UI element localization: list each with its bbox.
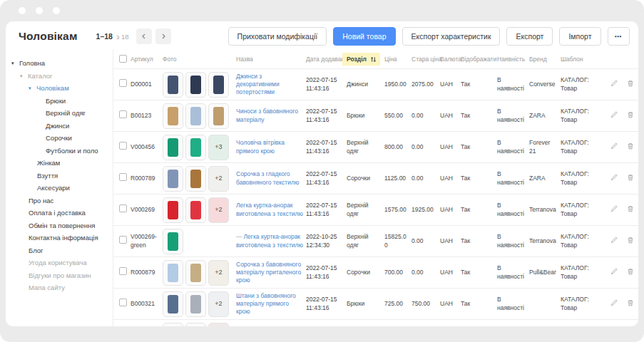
column-header-availability[interactable]: Наявність — [497, 50, 529, 69]
product-photo[interactable] — [163, 166, 183, 192]
column-header-photo[interactable]: Фото — [163, 50, 236, 69]
product-photo[interactable] — [185, 260, 206, 286]
product-name-link[interactable]: Легка куртка-анорак виготовлена з тексти… — [236, 202, 303, 217]
prev-page-button[interactable] — [136, 28, 152, 44]
sidebar-item[interactable]: Сорочки — [6, 132, 113, 145]
product-photo[interactable] — [163, 103, 183, 129]
column-header-price[interactable]: Ціна — [384, 50, 412, 69]
sidebar-item[interactable]: Про нас — [6, 195, 113, 207]
row-checkbox[interactable] — [119, 236, 127, 244]
column-header-template[interactable]: Шаблон — [561, 50, 603, 69]
window-control-dot[interactable] — [53, 7, 60, 14]
edit-icon[interactable] — [610, 173, 618, 184]
photo-more-badge[interactable]: +2 — [208, 197, 229, 223]
window-control-dot[interactable] — [36, 7, 43, 14]
import-button[interactable]: Імпорт — [559, 27, 600, 46]
delete-icon[interactable] — [626, 173, 635, 184]
row-checkbox[interactable] — [119, 299, 127, 306]
column-header-name[interactable]: Назва — [236, 50, 306, 69]
delete-icon[interactable] — [626, 110, 635, 121]
product-photo[interactable] — [163, 197, 183, 223]
product-photo[interactable] — [185, 103, 206, 129]
row-checkbox[interactable] — [119, 173, 127, 181]
edit-icon[interactable] — [610, 79, 618, 90]
edit-icon[interactable] — [610, 236, 618, 247]
product-photo[interactable] — [163, 260, 183, 286]
hide-modifications-button[interactable]: Приховати модифікації — [228, 27, 327, 46]
product-photo[interactable] — [208, 103, 229, 129]
sidebar-item[interactable]: Контактна інформація — [6, 232, 113, 244]
edit-icon[interactable] — [610, 204, 618, 215]
photo-more-badge[interactable]: +2 — [208, 260, 229, 286]
column-header-section[interactable]: Розділ — [347, 50, 384, 69]
product-name-link[interactable]: Чоловіча вітрівка прямого крою — [236, 139, 285, 154]
sidebar-item[interactable]: Відгуки про магазин — [6, 269, 113, 282]
product-photo[interactable] — [163, 229, 183, 254]
select-all-checkbox[interactable] — [119, 55, 127, 63]
delete-icon[interactable] — [626, 204, 635, 215]
product-photo[interactable] — [185, 323, 206, 327]
sidebar-item[interactable]: Блог — [6, 244, 113, 257]
row-checkbox[interactable] — [119, 267, 127, 275]
edit-icon[interactable] — [610, 142, 618, 152]
product-photo[interactable] — [163, 72, 183, 98]
product-photo[interactable] — [185, 197, 206, 223]
sidebar-item[interactable]: Брюки — [6, 95, 113, 108]
window-control-dot[interactable] — [19, 7, 26, 14]
edit-icon[interactable] — [610, 267, 618, 278]
sidebar-item[interactable]: ▾Чоловікам — [6, 82, 113, 95]
product-photo[interactable] — [163, 323, 183, 327]
sidebar-item[interactable]: Аксесуари — [6, 182, 113, 195]
product-photo[interactable] — [185, 135, 206, 160]
sidebar-item[interactable]: Мапа сайту — [6, 281, 113, 294]
product-name-link[interactable]: Джинси з декоративними потертостями — [236, 73, 280, 95]
edit-icon[interactable] — [610, 299, 618, 309]
product-name-link[interactable]: Легка куртка-анорак виготовлена з тексти… — [236, 233, 303, 248]
delete-icon[interactable] — [626, 299, 635, 309]
delete-icon[interactable] — [626, 79, 635, 90]
photo-more-badge[interactable]: +2 — [208, 323, 229, 327]
column-header-old-price[interactable]: Стара ціна — [412, 50, 440, 69]
sidebar-item[interactable]: Угода користувача — [6, 256, 113, 269]
column-header-date[interactable]: Дата додавання — [306, 50, 347, 69]
sidebar-item[interactable]: ▾Головна — [6, 57, 113, 70]
delete-icon[interactable] — [626, 236, 635, 247]
photo-more-badge[interactable]: +3 — [208, 135, 229, 160]
product-name-link[interactable]: Штани з бавовняного матеріалу прямого кр… — [236, 292, 296, 315]
next-page-button[interactable] — [155, 28, 171, 44]
sidebar-item[interactable]: Жінкам — [6, 157, 113, 170]
row-checkbox[interactable] — [119, 110, 127, 118]
product-photo[interactable] — [163, 291, 183, 317]
product-photo[interactable] — [185, 72, 206, 98]
delete-icon[interactable] — [626, 142, 635, 152]
column-header-sku[interactable]: Артикул — [131, 50, 163, 69]
edit-icon[interactable] — [610, 110, 618, 121]
product-photo[interactable] — [208, 72, 229, 98]
sidebar-item[interactable]: Джинси — [6, 120, 113, 133]
sidebar-item[interactable]: Обмін та повернення — [6, 219, 113, 232]
export-characteristics-button[interactable]: Експорт характеристик — [402, 27, 501, 46]
photo-more-badge[interactable]: +2 — [208, 291, 229, 317]
product-name-link[interactable]: Чиноси з бавовняного матеріалу — [236, 108, 298, 123]
product-photo[interactable] — [163, 135, 183, 160]
sidebar-item[interactable]: ▾Каталог — [6, 70, 113, 83]
sidebar-item[interactable]: Оплата і доставка — [6, 207, 113, 219]
column-header-display[interactable]: Відображати — [461, 50, 497, 69]
sidebar-item[interactable]: Взуття — [6, 170, 113, 182]
row-checkbox[interactable] — [119, 204, 127, 212]
product-name-link[interactable]: Сорочка з бавовняного матеріалу притален… — [236, 261, 301, 284]
new-product-button[interactable]: Новий товар — [333, 27, 395, 46]
delete-icon[interactable] — [626, 267, 635, 278]
export-button[interactable]: Експорт — [506, 27, 553, 46]
column-header-currency[interactable]: Валюта — [440, 50, 461, 69]
row-checkbox[interactable] — [119, 79, 127, 87]
more-actions-button[interactable]: ⋯ — [608, 27, 630, 46]
sidebar-item[interactable]: Футболки и поло — [6, 145, 113, 157]
row-checkbox[interactable] — [119, 142, 127, 150]
column-header-brand[interactable]: Бренд — [529, 50, 561, 69]
product-photo[interactable] — [185, 291, 206, 317]
sort-icon[interactable] — [370, 56, 377, 63]
product-photo[interactable] — [185, 166, 206, 192]
sidebar-item[interactable]: Верхній одяг — [6, 107, 113, 120]
product-name-link[interactable]: Сорочка з гладкого бавовняного текстилю — [236, 170, 299, 185]
